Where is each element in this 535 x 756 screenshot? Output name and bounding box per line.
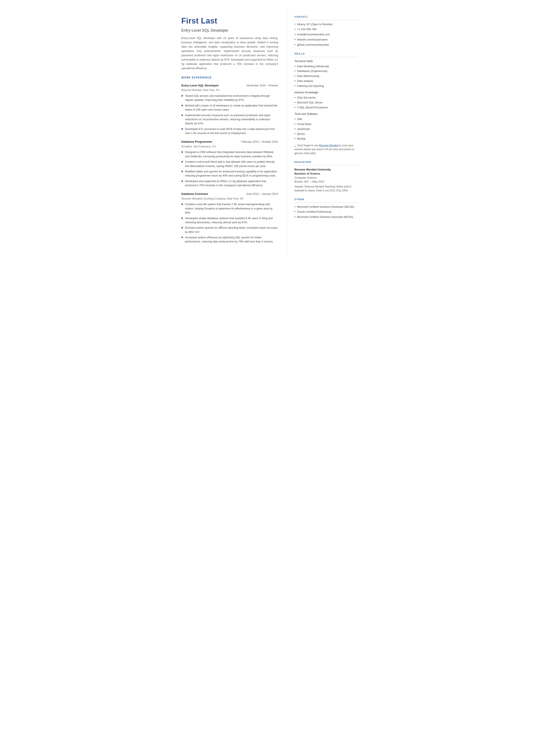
bullet-icon (182, 114, 183, 116)
dot-icon (295, 70, 296, 71)
bullet-icon (182, 171, 183, 172)
list-item: Microsoft Certified Solutions Associate … (295, 215, 358, 219)
bullet-icon (182, 105, 183, 106)
job-bullets-1: Tested SQL servers and maintained the en… (182, 94, 278, 135)
edu-school: Resume Worded University (295, 167, 358, 172)
skills-section: SKILLS Technical Skills: Data Modeling (… (295, 52, 358, 155)
bullet-icon (182, 151, 183, 153)
list-item: T-SQL Stored Procedures (295, 106, 358, 110)
job-company-3: Resume Worded's Exciting Company, New Yo… (182, 197, 278, 201)
list-item: Microsoft SQL Server (295, 101, 358, 105)
technical-skills-title: Technical Skills: (295, 59, 358, 63)
job-header-1: Entry-Level SQL Developer November 2015 … (182, 83, 278, 88)
summary-text: Entry-Level SQL developer with 10 years … (182, 36, 278, 70)
dot-icon (295, 39, 296, 40)
contact-section: CONTACT Albany, NY (Open to Remote) +1-2… (295, 15, 358, 47)
list-item: Databases (Experienced) (295, 69, 358, 73)
job-dates-3: June 2010 – January 2013 (246, 192, 278, 196)
job-title-2: Database Programmer (182, 140, 212, 144)
list-item: +1-234-456-789 (295, 27, 358, 32)
list-item: Modified tables and queries for enhanced… (182, 170, 278, 178)
list-item: Data Modeling (Advanced) (295, 65, 358, 69)
list-item: jQuery (295, 132, 358, 136)
list-item: Increased system efficiency by optimizin… (182, 236, 278, 244)
dot-icon (295, 133, 296, 134)
list-item: Developed ETL processes to load 46TB of … (182, 127, 278, 136)
edu-location: Boston, MA — May 2010 (295, 180, 358, 184)
left-column: First Last Entry-Level SQL Developer Ent… (171, 9, 287, 256)
bullet-icon (182, 204, 183, 205)
work-experience-label: WORK EXPERIENCE (182, 76, 278, 81)
list-item: Developed and supported an RWec v.2 5g d… (182, 179, 278, 188)
bullet-icon (182, 217, 183, 219)
skills-label: SKILLS (295, 52, 358, 57)
edu-awards: Awards: Resume Worded Teaching Fellow (o… (295, 185, 358, 192)
list-item: Implemented security measures such as pa… (182, 113, 278, 126)
job-bullets-3: Created a new file system that tracked 7… (182, 202, 278, 244)
work-experience-section: WORK EXPERIENCE Entry-Level SQL Develope… (182, 76, 278, 244)
tools-category: Tools and Software: XML Visual Basic Jav… (295, 112, 358, 141)
edu-block: Resume Worded University Bachelor of Sci… (295, 167, 358, 192)
bullet-icon (182, 128, 183, 130)
list-item: Created a mAcrosoft Word add-in that all… (182, 160, 278, 168)
job-header-2: Database Programmer February 2013 – Octo… (182, 140, 278, 144)
dot-icon (295, 85, 296, 86)
dot-icon (295, 107, 296, 108)
candidate-name: First Last (182, 15, 278, 27)
dot-icon (295, 24, 296, 25)
job-header-3: Database Assistant June 2010 – January 2… (182, 192, 278, 196)
list-item: Albany, NY (Open to Remote) (295, 22, 358, 26)
right-column: CONTACT Albany, NY (Open to Remote) +1-2… (287, 9, 365, 256)
list-item: Visual Basic (295, 122, 358, 126)
bullet-icon (182, 181, 183, 182)
bullet-icon (182, 237, 183, 238)
resume-worded-link[interactable]: Resume Worded (319, 144, 339, 147)
dot-icon (295, 216, 296, 217)
job-block-2: Database Programmer February 2013 – Octo… (182, 140, 278, 187)
education-section: EDUCATION Resume Worded University Bache… (295, 160, 358, 192)
list-item: Indexing and reporting (295, 84, 358, 88)
dot-icon (295, 128, 296, 129)
list-item: Worked with a team of 16 developers to c… (182, 104, 278, 112)
job-title-3: Database Assistant (182, 192, 208, 196)
list-item: email@resumeworded.com (295, 33, 358, 37)
list-item: JavaScript (295, 127, 358, 131)
job-block-1: Entry-Level SQL Developer November 2015 … (182, 83, 278, 135)
edu-field: Computer Science (295, 176, 358, 180)
job-company-1: Resume Worded, New York, NY (182, 88, 278, 92)
list-item: Tested SQL servers and maintained the en… (182, 94, 278, 102)
dot-icon (295, 146, 296, 147)
bullet-icon (182, 161, 183, 162)
contact-label: CONTACT (295, 15, 358, 20)
industry-knowledge-title: Industry Knowledge: (295, 91, 358, 95)
dot-icon (295, 102, 296, 103)
job-company-2: Growthsi, San Francisco, CA (182, 145, 278, 149)
list-item: Devised custom queries for difficult rep… (182, 226, 278, 234)
job-title-1: Entry-Level SQL Developer (182, 83, 219, 88)
list-item: MySQL (295, 137, 358, 141)
industry-knowledge-category: Industry Knowledge: Data Structures Micr… (295, 91, 358, 109)
education-label: EDUCATION (295, 160, 358, 165)
edu-degree: Bachelor of Science (295, 172, 358, 176)
other-section: OTHER Microsoft Certified Solutions Deve… (295, 198, 358, 219)
list-item: Oracle Certified Professional. (295, 210, 358, 214)
industry-knowledge-list: Data Structures Microsoft SQL Server T-S… (295, 96, 358, 109)
list-item: Designed a CRM software that integrated … (182, 150, 278, 159)
list-item: Microsoft Certified Solutions Developer … (295, 205, 358, 209)
list-item: Developed simple database systems that a… (182, 216, 278, 225)
dot-icon (295, 75, 296, 76)
dot-icon (295, 206, 296, 207)
other-list: Microsoft Certified Solutions Developer … (295, 205, 358, 219)
bullet-icon (182, 227, 183, 228)
name-title-block: First Last Entry-Level SQL Developer (182, 15, 278, 33)
list-item: Data Warehousing (295, 74, 358, 78)
job-block-3: Database Assistant June 2010 – January 2… (182, 192, 278, 244)
dot-icon (295, 97, 296, 98)
dot-icon (295, 29, 296, 30)
dot-icon (295, 211, 296, 212)
list-item: Data Structures (295, 96, 358, 100)
list-item: Created a new file system that tracked 7… (182, 202, 278, 215)
resume-page: First Last Entry-Level SQL Developer Ent… (171, 0, 365, 264)
dot-icon (295, 119, 296, 119)
list-item: XML (295, 117, 358, 121)
